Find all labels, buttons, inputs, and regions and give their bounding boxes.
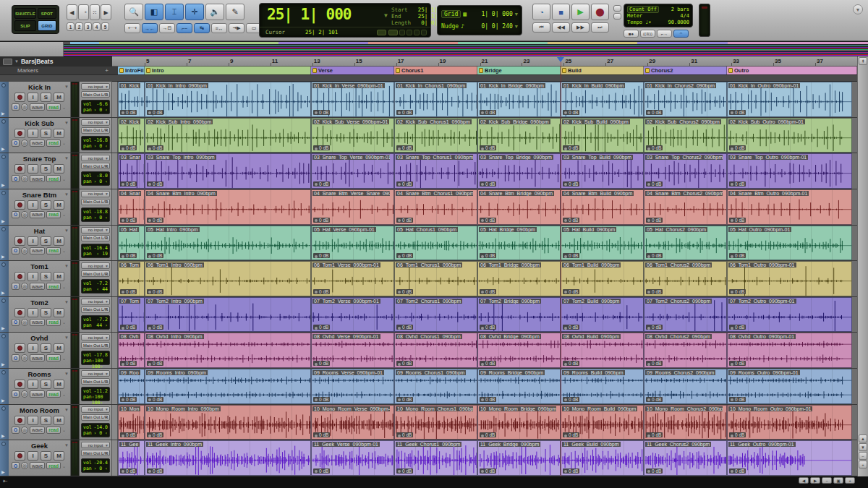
track-state-icon[interactable] (1, 334, 6, 338)
mute-button[interactable]: M (54, 343, 64, 353)
marker-segment-chorus2[interactable]: Chorus2 (644, 67, 727, 74)
track-clips-lane[interactable]: 08_Ovh0 dB08_Ovhd_Intro_090bpm0 dB08_Ovh… (112, 333, 857, 368)
input-monitor-button[interactable]: I (27, 380, 38, 389)
markers-ruler[interactable]: IntroFillIntroVerseChorus1BridgeBuildCho… (112, 67, 857, 74)
ruler-view-icon[interactable] (3, 59, 12, 65)
audio-clip[interactable]: 04_Snare_Btm_Outro_090bpm-010 dB (727, 189, 852, 225)
track-state-icon[interactable] (1, 299, 6, 303)
output-selector[interactable]: Main Out L/R⇅ (81, 235, 110, 241)
playlist-arrow-icon[interactable]: ▶ (1, 290, 5, 295)
clip-gain-badge[interactable]: 0 dB (480, 468, 496, 474)
input-selector[interactable]: no input▼ (81, 155, 110, 161)
main-counter-display[interactable]: 25| 1| 000 (267, 6, 351, 23)
mute-button[interactable]: M (54, 129, 64, 138)
audio-clip[interactable]: 07_Tom2_Build_090bpm0 dB (561, 297, 644, 333)
audio-clip[interactable]: 07_Tom2_Bridge_090bpm0 dB (477, 297, 561, 333)
elastic-audio-icon[interactable]: ◎ (21, 283, 28, 290)
vol-pan-display[interactable]: vol-16.8pan› 0 ‹ (81, 136, 110, 150)
track-name-dropdown-icon[interactable]: ▼ (64, 441, 69, 450)
clip-gain-badge[interactable]: 0 dB (563, 325, 579, 330)
timebase-icon[interactable]: ⌄ (62, 463, 66, 468)
track-view-selector[interactable]: wave (30, 283, 45, 290)
insertion-follows-button[interactable]: ⌐~ (176, 23, 192, 33)
clip-gain-badge[interactable]: 0 dB (480, 361, 496, 366)
audio-clip[interactable]: 10_Mono_Room_Chorus2_090bpm0 dB (644, 405, 727, 440)
timebase-icon[interactable]: ⌄ (62, 427, 66, 432)
record-button[interactable]: ⬤ (591, 4, 609, 20)
audio-clip[interactable]: 11_Geek_Verse_090bpm-010 dB (311, 440, 394, 476)
object-button[interactable]: O (12, 462, 20, 469)
clip-gain-badge[interactable]: 0 dB (147, 253, 163, 258)
clip-gain-badge[interactable]: 0 dB (480, 145, 496, 150)
clip-gain-badge[interactable]: 0 dB (147, 218, 163, 223)
input-monitor-button[interactable]: I (27, 451, 38, 461)
tempo-label[interactable]: Tempo (627, 20, 642, 25)
audio-clip[interactable]: 07_Tom2_Chorus2_090bpm0 dB (644, 297, 727, 333)
automation-mode-button[interactable]: read (46, 354, 61, 361)
track-state-icon[interactable] (1, 262, 6, 267)
clip-gain-badge[interactable]: 0 dB (729, 397, 746, 402)
track-state-icon[interactable] (1, 227, 6, 231)
marker-flag-icon[interactable] (312, 68, 317, 73)
audio-clip[interactable]: 07_Tom2_Outro_090bpm-010 dB (727, 297, 852, 333)
audio-clip[interactable]: 08_Ovhd_Verse_090bpm-010 dB (311, 333, 394, 368)
universe-overview[interactable] (64, 42, 868, 56)
audio-clip[interactable]: 11_Geek_Bridge_090bpm0 dB (477, 440, 561, 476)
clip-gain-badge[interactable]: 0 dB (396, 253, 413, 258)
audio-clip[interactable]: 04_Snare_Btm_Build_090bpm0 dB (561, 189, 644, 225)
audio-clip[interactable]: 02_Kick_Sub_Verse_090bpm-010 dB (311, 118, 394, 153)
playlist-arrow-icon[interactable]: ▶ (1, 398, 5, 403)
elastic-audio-icon[interactable]: ◎ (21, 390, 28, 398)
automation-mode-button[interactable]: read (46, 462, 61, 469)
input-monitor-button[interactable]: I (27, 200, 38, 210)
clip-gain-badge[interactable]: 0 dB (729, 181, 746, 187)
trim-tool-icon[interactable]: ◧ (145, 4, 163, 20)
track-color-strip[interactable]: ▶ (0, 118, 9, 153)
link-track-button[interactable]: →⊟ (159, 23, 175, 33)
clip-gain-badge[interactable]: 0 dB (729, 361, 746, 366)
audio-clip[interactable]: 10_Mono_Room_Chorus1_090bpm0 dB (394, 405, 477, 440)
clip-gain-badge[interactable]: 0 dB (563, 432, 579, 437)
record-enable-button[interactable] (14, 272, 25, 281)
playlist-arrow-icon[interactable]: ▶ (1, 111, 5, 116)
input-monitor-button[interactable]: I (27, 129, 38, 138)
audio-clip[interactable]: 04_Snare_Btm_Intro_090bpm0 dB (145, 189, 311, 225)
clip-gain-badge[interactable]: 0 dB (313, 110, 330, 115)
clip-gain-badge[interactable]: 0 dB (729, 145, 746, 150)
track-name[interactable]: Rooms▼ (9, 369, 70, 379)
timebase-icon[interactable]: ⌄ (62, 392, 66, 397)
audio-clip[interactable]: 11_Geek_Build_090bpm0 dB (561, 440, 644, 476)
solo-button[interactable]: S (41, 272, 51, 281)
marker-flag-icon[interactable] (728, 68, 733, 73)
audio-clip[interactable]: 03_Snare_Top_Outro_090bpm-010 dB (727, 153, 852, 189)
count-off-label[interactable]: Count Off (627, 6, 659, 13)
track-clips-lane[interactable]: 09_Roo0 dB09_Rooms_Intro_090bpm0 dB09_Ro… (112, 369, 857, 404)
scroll-down-icon[interactable]: ▼ (859, 443, 867, 451)
track-name[interactable]: Ovhd▼ (9, 333, 70, 343)
clip-gain-badge[interactable]: 0 dB (147, 325, 163, 330)
grid-dropdown-icon[interactable]: ▼ (515, 12, 518, 17)
meter-value[interactable]: 4/4 (642, 13, 689, 19)
mute-button[interactable]: M (54, 451, 64, 461)
clip-gain-badge[interactable]: 0 dB (396, 361, 413, 366)
automation-mode-button[interactable]: read (46, 319, 61, 326)
input-selector[interactable]: no input▼ (81, 406, 110, 413)
elastic-audio-icon[interactable]: ◎ (21, 140, 28, 147)
track-name[interactable]: Snare Btm▼ (9, 190, 70, 200)
marker-flag-icon[interactable] (119, 68, 124, 73)
clip-gain-badge[interactable]: 0 dB (313, 361, 330, 366)
markers-ruler-header[interactable]: Markers + (0, 67, 112, 74)
marker-segment-introfill[interactable]: IntroFill (118, 67, 145, 74)
vol-pan-display[interactable]: vol-18.8pan› 0 ‹ (81, 207, 110, 222)
hzoom-thumb-icon[interactable]: ▣ (833, 477, 843, 484)
marker-flag-icon[interactable] (562, 68, 566, 73)
playlist-arrow-icon[interactable]: ▶ (1, 254, 5, 259)
selector-tool-icon[interactable]: ⌶ (165, 4, 184, 20)
track-name[interactable]: Hat▼ (9, 226, 70, 236)
clip-gain-badge[interactable]: 0 dB (480, 325, 496, 330)
audio-clip[interactable]: 05_Hat_Build_090bpm0 dB (561, 226, 644, 261)
transport-expand2-button[interactable] (613, 13, 621, 20)
clip-gain-badge[interactable]: 0 dB (147, 397, 163, 402)
playlist-arrow-icon[interactable]: ▶ (1, 469, 5, 474)
edit-mode-slip[interactable]: SLIP (14, 20, 36, 31)
